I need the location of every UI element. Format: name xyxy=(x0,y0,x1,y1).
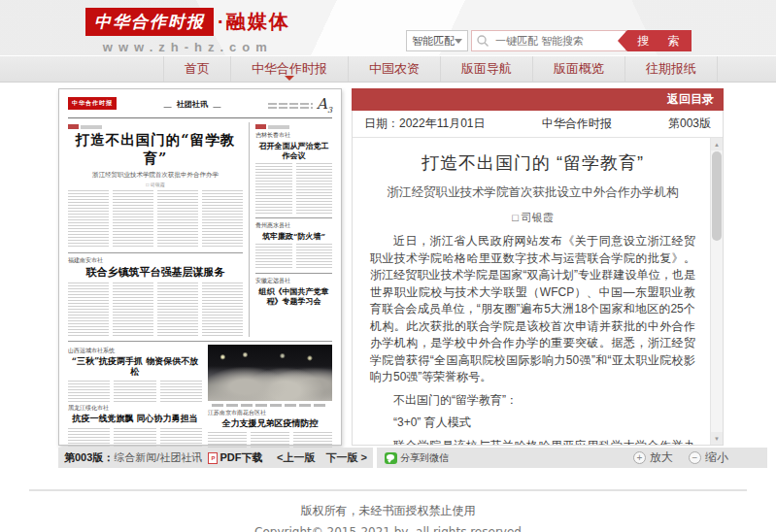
nav-item-zgnz[interactable]: 中国农资 xyxy=(349,56,441,82)
preview-masthead-logo: 中华合作时报 xyxy=(68,97,117,110)
wechat-share-button[interactable]: 分享到微信 xyxy=(385,451,449,465)
preview-sidebar: 吉林长春市社 召开全面从严治党工作会议 贵州惠水县社 筑牢廉政“防火墙” 安徽定… xyxy=(249,122,332,337)
pdf-download-button[interactable]: PDF下载 xyxy=(219,450,262,465)
fake-text-columns xyxy=(68,381,202,402)
article-toolbar: 分享到微信 + 放大 − 缩小 xyxy=(377,448,767,468)
article-date: 日期：2022年11月01日 xyxy=(364,116,486,132)
fake-text-columns xyxy=(255,163,332,214)
reader-header-bar: 返回目录 xyxy=(352,88,724,111)
nav-item-page-nav[interactable]: 版面导航 xyxy=(441,56,533,82)
nav-item-past-issues[interactable]: 往期报纸 xyxy=(625,56,718,82)
search-icon xyxy=(476,34,489,51)
preview-bottom-left: 山西运城市社系统 “三秋”抗疫两手抓 物资保供不放松 黑龙江绥化市社 抗疫一线党… xyxy=(68,345,202,448)
fake-text-columns xyxy=(68,283,243,337)
article-scrollbar[interactable]: ▲ ▼ xyxy=(710,138,723,445)
preview-main-column: 打造不出国门的“留学教育” 浙江经贸职业技术学院首次获批中外合作办学 □ 司银霞… xyxy=(68,122,249,337)
wechat-icon xyxy=(385,452,397,464)
pdf-icon: P xyxy=(208,452,218,464)
logo-suffix: ·融媒体 xyxy=(218,9,290,35)
article-box: 打造不出国门的 “留学教育” 浙江经贸职业技术学院首次获批设立中外合作办学机构 … xyxy=(353,137,723,445)
fake-text-columns xyxy=(68,190,243,249)
zoom-out-button[interactable]: − 缩小 xyxy=(689,449,728,466)
article-reader: 返回目录 日期：2022年11月01日 中华合作时报 第003版 打造不出国门的… xyxy=(352,88,724,446)
story-region: 安徽定远县社 xyxy=(255,277,332,285)
search-box: 搜 索 xyxy=(471,30,692,51)
article-paragraph: “3+0” 育人模式 xyxy=(370,415,695,432)
active-tab-indicator-icon xyxy=(285,76,294,81)
story-region: 山西运城市社系统 xyxy=(68,347,202,355)
section-marker xyxy=(68,124,243,129)
nav-item-home[interactable]: 首页 xyxy=(163,56,231,82)
preview-main-headline: 打造不出国门的“留学教育” xyxy=(68,131,243,168)
scroll-down-icon[interactable]: ▼ xyxy=(711,432,723,445)
section-rule xyxy=(68,341,332,342)
story-headline: 组织《中国共产党章程》专题学习会 xyxy=(255,286,332,306)
site-logo: 中华合作时报 ·融媒体 xyxy=(85,8,290,36)
next-page-button[interactable]: 下一版 > xyxy=(326,451,367,463)
preview-byline: □ 司银霞 xyxy=(68,182,243,187)
fake-text-columns xyxy=(255,244,332,269)
page-root: 中华合作时报 ·融媒体 www.zh-hz.com 智能匹配 搜 索 首页 中华… xyxy=(0,0,776,532)
plus-icon: + xyxy=(633,451,646,464)
article-paragraph: 近日，浙江省人民政府网站发布《关于同意设立浙江经贸职业技术学院哈格哈里亚数字技术… xyxy=(370,233,695,386)
preview-section-tab: 社团社讯 xyxy=(167,97,218,112)
page-toolbar: 第003版： 综合新闻/社团社讯 P PDF下载 <上一版 下一版 > xyxy=(58,448,373,468)
story-region: 江苏南京市雨花台区社 xyxy=(208,409,332,417)
preview-bottom-right: 江苏南京市雨花台区社 全力支援兄弟区疫情防控 xyxy=(208,345,332,448)
brand-block: 中华合作时报 ·融媒体 www.zh-hz.com xyxy=(85,8,290,54)
logo-box: 中华合作时报 xyxy=(85,8,214,36)
story-region: 吉林长春市社 xyxy=(255,131,332,140)
fake-text-columns xyxy=(208,432,332,448)
article-paper-name: 中华合作时报 xyxy=(542,116,612,132)
toolbar-page-label: 第003版： xyxy=(64,450,114,465)
search-bar: 智能匹配 搜 索 xyxy=(406,30,692,51)
article-subtitle: 浙江经贸职业技术学院首次获批设立中外合作办学机构 xyxy=(370,184,695,201)
copyright-notice: 版权所有，未经书面授权禁止使用 xyxy=(0,503,776,519)
article-title: 打造不出国门的 “留学教育” xyxy=(370,151,695,175)
scroll-up-icon[interactable]: ▲ xyxy=(711,138,723,150)
zoom-in-button[interactable]: + 放大 xyxy=(633,449,673,466)
story-region: 贵州惠水县社 xyxy=(255,221,332,230)
preview-masthead-meta: A3 xyxy=(268,97,332,115)
back-to-toc-link[interactable]: 返回目录 xyxy=(667,91,714,108)
search-mode-value: 智能匹配 xyxy=(412,34,455,49)
prev-page-button[interactable]: <上一版 xyxy=(277,451,315,463)
scrollbar-thumb[interactable] xyxy=(712,151,722,241)
section-rule xyxy=(255,217,332,218)
reader-body: 日期：2022年11月01日 中华合作时报 第003版 打造不出国门的 “留学教… xyxy=(352,111,724,446)
preview-page-number: A3 xyxy=(317,97,332,115)
photo-caption-line xyxy=(212,404,328,407)
search-mode-select[interactable]: 智能匹配 xyxy=(406,30,468,51)
chevron-down-icon xyxy=(455,39,462,44)
preview-masthead: 中华合作时报 社团社讯 A3 xyxy=(68,97,332,115)
section-rule xyxy=(68,252,243,253)
search-input[interactable] xyxy=(471,30,626,51)
story-headline: 联合乡镇筑平台强基层谋服务 xyxy=(68,266,243,280)
article-content: 打造不出国门的 “留学教育” 浙江经贸职业技术学院首次获批设立中外合作办学机构 … xyxy=(353,138,709,445)
nav-item-page-overview[interactable]: 版面概览 xyxy=(533,56,625,82)
zoom-controls: + 放大 − 缩小 xyxy=(633,449,728,466)
main-content: 中华合作时报 社团社讯 A3 打造不出国门的“留学教育” 浙江经贸职业技术学院首… xyxy=(58,88,776,446)
zoom-in-label: 放大 xyxy=(650,449,673,466)
search-button[interactable]: 搜 索 xyxy=(618,30,692,51)
site-url: www.zh-hz.com xyxy=(85,40,290,54)
preview-body: 打造不出国门的“留学教育” 浙江经贸职业技术学院首次获批中外合作办学 □ 司银霞… xyxy=(68,122,332,337)
toolbar-section-label: 综合新闻/社团社讯 xyxy=(114,450,202,465)
section-rule xyxy=(255,273,332,274)
story-headline: 抗疫一线党旗飘 同心协力勇担当 xyxy=(68,414,202,424)
masthead-rule xyxy=(68,117,332,118)
article-meta-row: 日期：2022年11月01日 中华合作时报 第003版 xyxy=(353,111,723,137)
newspaper-preview[interactable]: 中华合作时报 社团社讯 A3 打造不出国门的“留学教育” 浙江经贸职业技术学院首… xyxy=(58,88,342,446)
article-page-number: 第003版 xyxy=(668,116,711,132)
nav-item-zhhzsb[interactable]: 中华合作时报 xyxy=(231,56,349,82)
page-pagination: <上一版 下一版 > xyxy=(269,450,367,465)
story-region: 黑龙江绥化市社 xyxy=(68,404,202,413)
news-photo xyxy=(208,345,332,401)
bottom-toolbars: 第003版： 综合新闻/社团社讯 P PDF下载 <上一版 下一版 > 分享到微… xyxy=(58,448,776,468)
article-paragraph: 联合学院是该校与芬兰哈格哈里亚应用科学大学合作举办的非独立法人实体性二级学院，设… xyxy=(370,438,695,445)
main-nav: 首页 中华合作时报 中国农资 版面导航 版面概览 往期报纸 xyxy=(0,55,776,83)
story-headline: 全力支援兄弟区疫情防控 xyxy=(208,418,332,429)
story-headline: “三秋”抗疫两手抓 物资保供不放松 xyxy=(68,356,202,379)
zoom-out-label: 缩小 xyxy=(705,449,728,466)
story-headline: 筑牢廉政“防火墙” xyxy=(255,231,332,241)
